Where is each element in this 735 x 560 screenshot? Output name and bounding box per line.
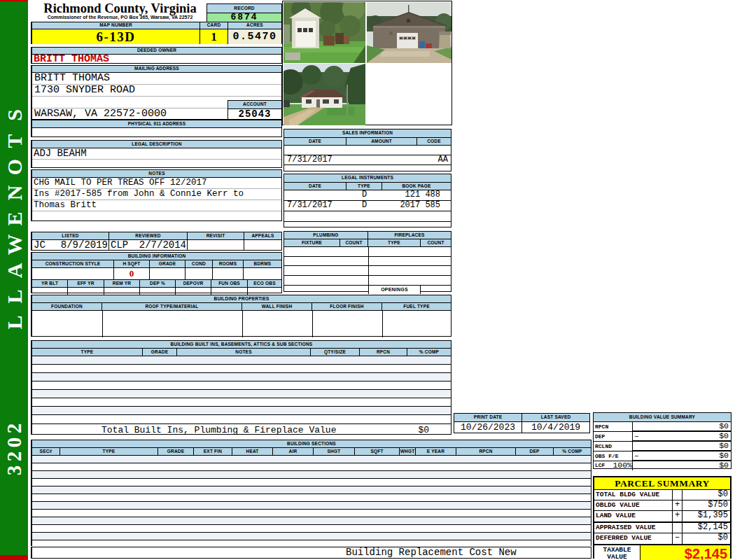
instruments-rows-1-book: 2017 585 [382,201,451,211]
notes-line: CHG MAIL TO PER TREAS OFF 12/2017 [32,178,281,189]
reviewed-label: REVIEWED [109,232,188,239]
cell: DATE AMOUNT CODE [284,138,451,146]
cell [400,37,402,39]
cell: N [1,179,27,207]
vs-row-op: – [634,432,639,440]
parcel-summary-label: PARCEL SUMMARY [594,477,730,490]
listed-label: LISTED [32,232,109,239]
hsqft-value: 0 [114,268,150,279]
reviewed-date: 2/7/2014 [139,240,186,251]
ps-row-value: $2,145 [682,523,730,533]
cell: E [1,205,27,233]
col-fp-count: COUNT [421,239,451,246]
col-cond: COND [186,260,213,267]
sales-rows-0-date [284,146,346,155]
building-info-table: BUILDING INFORMATION CONSTRUCTION STYLE … [31,252,282,293]
cell: T [1,127,27,155]
cell [323,99,329,104]
col-count: COUNT [340,239,368,246]
cell [335,33,344,44]
cell [213,268,244,279]
plumbing-fireplaces-table: PLUMBING FIREPLACES FIXTURE COUNT TYPE C… [284,231,451,292]
col-book-page: BOOK PAGE [382,183,451,190]
map-number-label: MAP NUMBER [32,22,200,29]
account-value: 25043 [228,109,281,120]
cell: LCF100% [594,461,633,470]
print-date-label: PRINT DATE [454,414,522,421]
ps-row-label: APPRAISED VALUE [594,523,673,533]
built-ins-total-row: Total Built Ins, Plumbing & Fireplace Va… [32,424,451,437]
cell [412,37,415,39]
cell: 3 [7,456,21,484]
instruments-rows-0-type: D [346,190,382,200]
cell [312,311,313,337]
cell: MAP NUMBER CARD ACRES [32,22,281,29]
cell [309,28,313,32]
cell: YR BLT EFF YR REM YR DEP % DEPOVR FUN OB… [32,280,281,288]
cell: SEC# TYPE GRADE EXT FIN HEAT AIR SHGT SQ… [32,448,591,456]
cell [346,146,417,155]
cell: L [1,283,27,311]
ps-row-op: + [673,500,682,510]
ps-row-value: $750 [682,500,730,510]
col-grade: GRADE [158,448,194,455]
deeded-owner-value: BRITT THOMAS [32,55,281,64]
plumbing-label: PLUMBING [284,232,368,239]
record-value: 6874 [207,13,281,22]
cell [344,36,349,44]
sales-row [284,146,451,155]
cell: PRINT DATE LAST SAVED [454,414,589,422]
building-properties-label: BUILDING PROPERTIES [32,295,451,303]
physical-address-label: PHYSICAL 911 ADDRESS [32,120,281,128]
instruments-rows-0-date [284,190,346,200]
vs-row-value: $0 [719,432,729,440]
cell [298,28,302,32]
sales-rows-0-code [417,146,451,155]
cell [284,286,368,294]
instrument-row: 7/31/2017D2017 585 [284,201,451,211]
cell: JC 8/9/2019 CLP 2/7/2014 [32,240,281,251]
col-rpcn: RPCN [456,448,516,455]
col-eff-yr: EFF YR [68,280,104,287]
notes-line: Ins #2017-585 from John & Connie Kerr to [32,189,281,200]
vs-row-label: OBS F/E [594,451,633,461]
map-table: MAP NUMBER CARD ACRES 6-13D 1 0.5470 [31,22,282,44]
building-info-label: BUILDING INFORMATION [32,253,281,260]
footer-label: Building Replacement Cost New [346,547,517,558]
appeals-value [244,240,281,251]
card-label: CARD [200,22,228,29]
ps-row-op [673,490,682,500]
building-sections-label: BUILDING SECTIONS [32,440,591,448]
cell: L [1,309,27,337]
photo-house [284,64,365,125]
legal-description-blank [32,160,281,168]
cell [323,66,344,87]
cell: OBS F/E –$0 [594,451,731,461]
building-value-summary: BUILDING VALUE SUMMARY RPCN $0 DEP –$0 R… [593,412,732,469]
instruments-table: LEGAL INSTRUMENTS DATE TYPE BOOK PAGE D1… [284,174,451,227]
cell: FIXTURE COUNT TYPE COUNT [284,239,451,247]
col-ext-fin: EXT FIN [194,448,232,455]
cell: DEFERRED VALUE – $0 [594,533,730,545]
col-qty-size: QTY/SIZE [311,349,360,356]
vs-row-label: RPCN [594,422,633,432]
built-ins-rows [32,356,451,424]
acres-value: 0.5470 [228,29,281,44]
cell [318,20,335,37]
vs-row-op: – [634,451,639,460]
photo-outbuilding [284,2,365,63]
ps-row-value: $0 [682,490,730,500]
district-label: STONEWALL [0,102,28,335]
cell [382,311,383,337]
cell [32,268,114,279]
col-fun-obs: FUN OBS [211,280,248,287]
col-dep: DEP [516,448,554,455]
cell [407,19,410,22]
col-roof: ROOF TYPE/MATERIAL [102,303,242,310]
cell [150,268,186,279]
col-foundation: FOUNDATION [32,303,102,310]
cell [244,268,281,279]
notes-section: NOTES CHG MAIL TO PER TREAS OFF 12/2017 … [31,169,282,221]
cell: A [1,257,27,285]
ps-row-value: $0 [682,533,730,544]
